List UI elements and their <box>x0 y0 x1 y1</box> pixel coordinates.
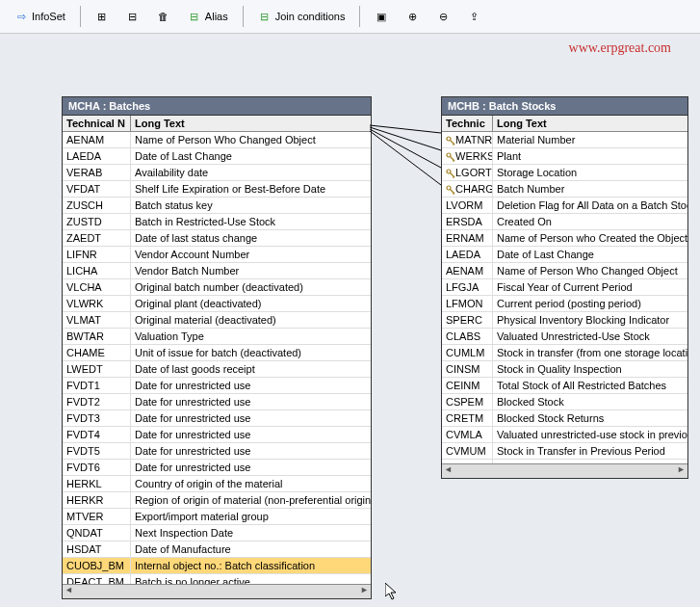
table-row[interactable]: ZAEDTDate of last status change <box>63 230 371 247</box>
watermark-text: www.erpgreat.com <box>569 40 671 56</box>
cell-longtext: Unit of issue for batch (deactivated) <box>131 345 371 360</box>
table-add-icon: ⊞ <box>95 10 109 23</box>
table-row[interactable]: AENAMName of Person Who Changed Object <box>63 132 371 148</box>
table-row[interactable]: VLMATOriginal material (deactivated) <box>63 312 371 329</box>
fit-button[interactable]: ▣ <box>368 7 395 26</box>
delete-button[interactable]: 🗑 <box>150 7 177 26</box>
cell-technical: DEACT_BM <box>63 574 131 584</box>
svg-line-3 <box>370 131 441 185</box>
table-row[interactable]: MATNRMaterial Number <box>442 132 687 148</box>
table-row[interactable]: CUOBJ_BMInternal object no.: Batch class… <box>63 558 371 574</box>
table-row[interactable]: QNDATNext Inspection Date <box>63 525 371 541</box>
table-row[interactable]: CUMLMStock in transfer (from one storage… <box>442 345 687 361</box>
svg-point-7 <box>447 153 451 157</box>
table-row[interactable]: HERKLCountry of origin of the material <box>63 476 371 492</box>
add-hierarchy-button[interactable]: ⊟ <box>119 7 146 26</box>
table-row[interactable]: BWTARValuation Type <box>63 329 371 345</box>
table-row[interactable]: CVMLAValuated unrestricted-use stock in … <box>442 427 687 443</box>
table-row[interactable]: HSDATDate of Manufacture <box>63 541 371 558</box>
table-row[interactable]: AENAMName of Person Who Changed Object <box>442 263 687 279</box>
svg-line-2 <box>370 129 441 168</box>
header-longtext[interactable]: Long Text <box>131 116 371 131</box>
table-row[interactable]: ERNAMName of Person who Created the Obje… <box>442 230 687 247</box>
table-row[interactable]: CRETMBlocked Stock Returns <box>442 410 687 427</box>
cell-longtext: Storage Location <box>493 165 687 180</box>
alias-button[interactable]: ⊟ Alias <box>181 7 235 26</box>
table-row[interactable]: LWEDTDate of last goods receipt <box>63 361 371 378</box>
infoset-button[interactable]: ⇨ InfoSet <box>8 7 72 26</box>
cell-technical: CUOBJ_BM <box>63 558 131 573</box>
cell-technical: MATNR <box>442 132 493 147</box>
right-panel-title[interactable]: MCHB : Batch Stocks <box>442 97 687 116</box>
cell-technical: CEINM <box>442 378 493 393</box>
left-rows[interactable]: AENAMName of Person Who Changed ObjectLA… <box>63 132 371 584</box>
svg-point-13 <box>447 186 451 190</box>
table-row[interactable]: LVORMDeletion Flag for All Data on a Bat… <box>442 198 687 214</box>
cell-longtext: Date for unrestricted use <box>131 410 371 426</box>
table-row[interactable]: FVDT4Date for unrestricted use <box>63 427 371 443</box>
header-technical[interactable]: Technical N <box>63 116 131 131</box>
cell-longtext: Country of origin of the material <box>131 476 371 491</box>
zoom-in-button[interactable]: ⊕ <box>399 7 426 26</box>
cell-technical: FVDT2 <box>63 394 131 409</box>
join-conditions-button[interactable]: ⊟ Join conditions <box>251 7 352 26</box>
right-h-scrollbar[interactable] <box>442 463 687 478</box>
left-panel-title[interactable]: MCHA : Batches <box>63 97 371 116</box>
right-rows[interactable]: MATNRMaterial NumberWERKSPlantLGORTStora… <box>442 132 687 463</box>
cell-technical: LVORM <box>442 198 493 213</box>
table-row[interactable]: LICHAVendor Batch Number <box>63 263 371 279</box>
header-technical[interactable]: Technic <box>442 116 493 131</box>
cell-longtext: Date of last status change <box>131 230 371 246</box>
navigate-button[interactable]: ⇪ <box>460 7 487 26</box>
cell-technical: FVDT5 <box>63 443 131 459</box>
cell-technical: VLWRK <box>63 296 131 311</box>
table-row[interactable]: HERKRRegion of origin of material (non-p… <box>63 492 371 509</box>
table-row[interactable]: MTVERExport/import material group <box>63 509 371 525</box>
table-row[interactable]: ERSDACreated On <box>442 214 687 230</box>
table-row[interactable]: CHAMEUnit of issue for batch (deactivate… <box>63 345 371 361</box>
add-table-button[interactable]: ⊞ <box>89 7 116 26</box>
table-row[interactable]: ZUSTDBatch in Restricted-Use Stock <box>63 214 371 230</box>
table-row[interactable]: LFGJAFiscal Year of Current Period <box>442 279 687 296</box>
navigate-icon: ⇪ <box>467 10 480 23</box>
zoom-out-button[interactable]: ⊖ <box>429 7 456 26</box>
table-row[interactable]: CVMUMStock in Transfer in Previous Perio… <box>442 443 687 460</box>
table-row[interactable]: VFDATShelf Life Expiration or Best-Befor… <box>63 181 371 198</box>
table-row[interactable]: VLWRKOriginal plant (deactivated) <box>63 296 371 312</box>
table-row[interactable]: FVDT5Date for unrestricted use <box>63 443 371 460</box>
join-lines <box>370 96 441 482</box>
cell-technical: ERNAM <box>442 230 493 246</box>
left-h-scrollbar[interactable] <box>63 584 371 598</box>
table-row[interactable]: DEACT_BMBatch is no longer active <box>63 574 371 584</box>
table-row[interactable]: LFMONCurrent period (posting period) <box>442 296 687 312</box>
table-row[interactable]: VERABAvailability date <box>63 165 371 181</box>
alias-label: Alias <box>205 11 228 22</box>
table-row[interactable]: LIFNRVendor Account Number <box>63 247 371 263</box>
table-row[interactable]: FVDT1Date for unrestricted use <box>63 378 371 394</box>
table-row[interactable]: VLCHAOriginal batch number (deactivated) <box>63 279 371 296</box>
cell-technical: FVDT4 <box>63 427 131 442</box>
cell-longtext: Physical Inventory Blocking Indicator <box>493 312 687 328</box>
table-row[interactable]: FVDT2Date for unrestricted use <box>63 394 371 410</box>
table-row[interactable]: SPERCPhysical Inventory Blocking Indicat… <box>442 312 687 329</box>
key-icon <box>446 169 454 176</box>
cell-technical: CRETM <box>442 410 493 426</box>
header-longtext[interactable]: Long Text <box>493 116 687 131</box>
table-row[interactable]: CLABSValuated Unrestricted-Use Stock <box>442 329 687 345</box>
table-row[interactable]: CINSMStock in Quality Inspection <box>442 361 687 378</box>
svg-line-5 <box>451 141 455 145</box>
table-row[interactable]: WERKSPlant <box>442 148 687 165</box>
table-row[interactable]: FVDT3Date for unrestricted use <box>63 410 371 427</box>
table-row[interactable]: CHARGBatch Number <box>442 181 687 198</box>
table-row[interactable]: LGORTStorage Location <box>442 165 687 181</box>
table-row[interactable]: CEINMTotal Stock of All Restricted Batch… <box>442 378 687 394</box>
table-row[interactable]: CSPEMBlocked Stock <box>442 394 687 410</box>
alias-icon: ⊟ <box>188 10 201 23</box>
table-row[interactable]: FVDT6Date for unrestricted use <box>63 460 371 476</box>
cell-technical: LIFNR <box>63 247 131 262</box>
table-row[interactable]: ZUSCHBatch status key <box>63 198 371 214</box>
table-row[interactable]: LAEDADate of Last Change <box>63 148 371 165</box>
arrow-right-icon: ⇨ <box>14 10 28 23</box>
cell-technical: VFDAT <box>63 181 131 197</box>
table-row[interactable]: LAEDADate of Last Change <box>442 247 687 263</box>
